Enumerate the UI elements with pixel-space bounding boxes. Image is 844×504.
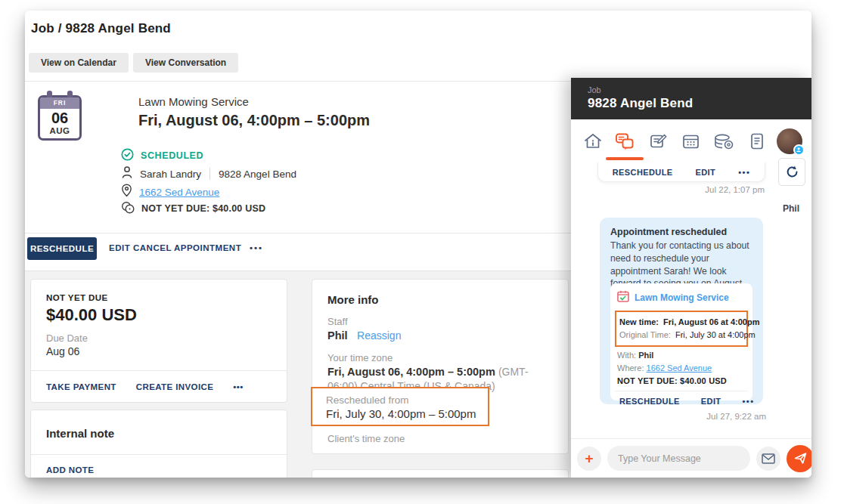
date-badge-month: AUG [40, 126, 79, 135]
with-label: With: [617, 351, 636, 360]
panel-title: 9828 Angel Bend [588, 96, 795, 111]
more-actions-button[interactable]: ••• [250, 243, 263, 252]
tab-documents[interactable] [744, 128, 770, 154]
payment-status-label: NOT YET DUE [46, 293, 137, 302]
embed-card-footer: RESCHEDULE EDIT ••• [615, 391, 748, 406]
client-avatar[interactable] [777, 128, 802, 154]
plus-icon: + [585, 451, 593, 465]
tab-payments[interactable] [711, 128, 737, 154]
location-pin-icon [121, 184, 132, 200]
payment-card-footer: TAKE PAYMENT CREATE INVOICE ••• [31, 370, 287, 402]
service-name: Lawn Mowing Service [138, 95, 249, 108]
address-row: 1662 Sed Avenue [121, 184, 219, 199]
embed-edit-button[interactable]: EDIT [701, 397, 721, 406]
rescheduled-from-label: Rescheduled from [326, 394, 488, 406]
scheduled-check-icon [121, 148, 134, 164]
staff-name: Phil [327, 329, 348, 342]
reassign-link[interactable]: Reassign [357, 329, 401, 342]
balance-text: NOT YET DUE: $40.00 USD [141, 203, 265, 214]
message-timestamp: Jul 27, 9:22 am [706, 412, 766, 421]
active-tab-indicator [606, 157, 644, 160]
refresh-button[interactable] [778, 158, 805, 186]
embed-with-row: With: Phil [615, 351, 748, 360]
new-time-value: Fri, August 06 at 4:00pm [663, 317, 759, 326]
send-icon [794, 452, 807, 465]
embed-card-header: Lawn Mowing Service [615, 290, 748, 305]
sender-name: Phil [783, 203, 799, 214]
panel-header: Job 9828 Angel Bend [571, 78, 811, 119]
conversation-panel: Job 9828 Angel Bend [571, 78, 811, 478]
address-link[interactable]: 1662 Sed Avenue [139, 187, 219, 198]
create-invoice-button[interactable]: CREATE INVOICE [136, 382, 214, 391]
add-note-button[interactable]: ADD NOTE [46, 465, 94, 475]
peek-edit-button[interactable]: EDIT [696, 168, 716, 177]
panel-tabbar [571, 119, 811, 162]
envelope-icon [762, 453, 775, 464]
mini-calendar-icon [617, 290, 629, 305]
embed-reschedule-button[interactable]: RESCHEDULE [619, 397, 680, 406]
add-attachment-button[interactable]: + [577, 447, 601, 471]
due-date-label: Due Date [46, 332, 88, 344]
payment-amount: $40.00 USD [46, 305, 137, 325]
status-badge: SCHEDULED [141, 150, 203, 161]
time-change-highlight: New time: Fri, August 06 at 4:00pm Origi… [615, 311, 748, 347]
staff-label: Staff [327, 316, 401, 327]
embed-service-link[interactable]: Lawn Mowing Service [635, 292, 729, 303]
client-presence-badge [793, 144, 805, 156]
date-badge: FRI 06 AUG [38, 95, 82, 141]
take-payment-button[interactable]: TAKE PAYMENT [46, 382, 116, 391]
divider [209, 168, 210, 180]
refresh-icon [785, 165, 799, 179]
date-badge-weekday: FRI [40, 97, 79, 109]
reschedule-button[interactable]: RESCHEDULE [27, 237, 97, 260]
due-date-value: Aug 06 [46, 345, 88, 357]
with-value: Phil [638, 351, 653, 360]
original-time-value: Fri, July 30 at 4:00pm [675, 330, 756, 339]
view-on-calendar-button[interactable]: View on Calendar [29, 53, 129, 73]
client-row: Sarah Landry 9828 Angel Bend [121, 166, 296, 181]
payment-card: NOT YET DUE $40.00 USD Due Date Aug 06 T… [30, 279, 287, 403]
message-bubble: Appointment rescheduled Thank you for co… [600, 218, 763, 404]
view-conversation-button[interactable]: View Conversation [133, 53, 238, 73]
original-time-label: Original Time: [619, 330, 671, 339]
cancel-appointment-button[interactable]: CANCEL APPOINTMENT [133, 243, 241, 252]
payment-more-button[interactable]: ••• [233, 382, 243, 391]
tab-calendar[interactable] [678, 128, 704, 154]
date-badge-day: 06 [40, 110, 79, 126]
appointment-embed-card: Lawn Mowing Service New time: Fri, Augus… [610, 283, 752, 400]
next-card-peek [312, 469, 569, 478]
where-label: Where: [617, 363, 644, 373]
coins-icon [121, 201, 135, 217]
client-timezone-label: Client's time zone [327, 433, 405, 444]
page-title: Job / 9828 Angel Bend [31, 21, 171, 36]
more-info-title: More info [327, 293, 379, 306]
edit-button[interactable]: EDIT [109, 243, 130, 252]
embed-more-button[interactable]: ••• [742, 397, 754, 406]
rescheduled-from-highlight: Rescheduled from Fri, July 30, 4:00pm – … [311, 387, 489, 426]
peek-more-button[interactable]: ••• [738, 168, 750, 177]
message-title: Appointment rescheduled [610, 227, 752, 237]
message-timestamp: Jul 22, 1:07 pm [705, 185, 765, 194]
balance-row: NOT YET DUE: $40.00 USD [121, 201, 265, 216]
embed-balance: NOT YET DUE: $40.00 USD [615, 376, 748, 385]
message-composer: + [571, 438, 811, 478]
app-window: Job / 9828 Angel Bend View on Calendar V… [25, 11, 811, 478]
tab-notes[interactable] [646, 128, 672, 154]
tab-messages[interactable] [613, 128, 638, 154]
status-row: SCHEDULED [121, 148, 203, 163]
rescheduled-from-time: Fri, July 30, 4:00pm – 5:00pm [326, 407, 488, 420]
embed-address-link[interactable]: 1662 Sed Avenue [647, 363, 712, 373]
new-time-label: New time: [619, 317, 659, 326]
peek-reschedule-button[interactable]: RESCHEDULE [613, 168, 673, 177]
tab-home[interactable] [580, 128, 606, 154]
job-name: 9828 Angel Bend [219, 169, 296, 180]
appointment-datetime: Fri, August 06, 4:00pm – 5:00pm [138, 112, 370, 129]
internal-note-card: Internal note ADD NOTE [30, 410, 287, 478]
send-button[interactable] [787, 445, 811, 472]
email-button[interactable] [756, 447, 780, 471]
client-name: Sarah Landry [140, 169, 201, 180]
previous-message-card-footer: RESCHEDULE EDIT ••• [597, 162, 765, 182]
message-input[interactable] [607, 446, 750, 471]
embed-where-row: Where: 1662 Sed Avenue [615, 363, 748, 373]
note-card-footer: ADD NOTE [31, 454, 287, 478]
